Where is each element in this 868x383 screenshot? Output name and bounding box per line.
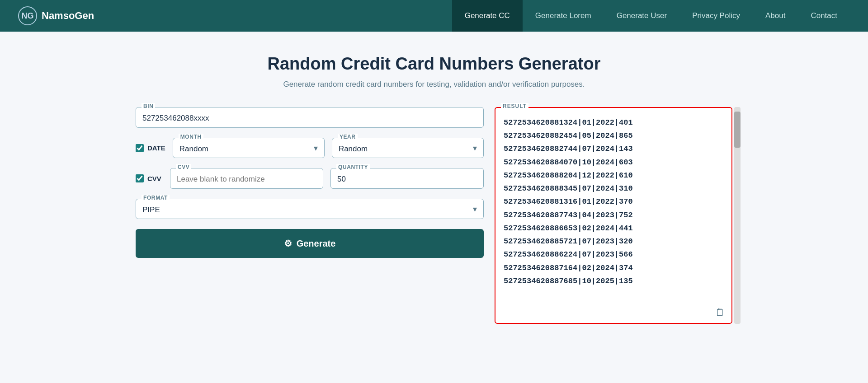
result-item: 5272534620881324|01|2022|401 [504, 116, 723, 129]
result-item: 5272534620882744|07|2024|143 [504, 142, 723, 155]
result-item: 5272534620887743|04|2023|752 [504, 209, 723, 222]
year-select[interactable]: Random 202220232024 202520262027 2028202… [339, 142, 477, 154]
cvv-label: CVV [176, 164, 191, 170]
year-field-wrap: YEAR Random 202220232024 202520262027 20… [332, 138, 484, 158]
month-field-wrap: MONTH Random 010203 040506 070809 101112… [173, 138, 325, 158]
quantity-field-wrap: QUANTITY [330, 168, 484, 189]
scrollbar-thumb [734, 112, 741, 148]
scrollbar[interactable] [734, 107, 741, 324]
navbar: NG NamsoGen Generate CC Generate Lorem G… [0, 0, 868, 32]
format-field-wrap: FORMAT PIPE CSV JSON ▾ [136, 199, 484, 219]
cvv-checkbox-label[interactable]: CVV [136, 174, 163, 182]
result-item: 5272534620882454|05|2024|865 [504, 129, 723, 142]
nav-link-generate-cc[interactable]: Generate CC [452, 0, 523, 32]
result-item: 5272534620888345|07|2024|310 [504, 182, 723, 195]
nav-link-generate-user[interactable]: Generate User [604, 0, 680, 32]
content-row: BIN DATE MONTH Random 010203 040506 0708… [136, 107, 732, 324]
format-label: FORMAT [142, 195, 170, 201]
result-panel: RESULT 5272534620881324|01|2022|40152725… [495, 107, 732, 324]
nav-link-generate-lorem[interactable]: Generate Lorem [523, 0, 604, 32]
month-select[interactable]: Random 010203 040506 070809 101112 [179, 142, 318, 154]
nav-link-privacy-policy[interactable]: Privacy Policy [679, 0, 753, 32]
result-item: 5272534620887685|10|2025|135 [504, 275, 723, 288]
gear-icon: ⚙ [284, 238, 292, 249]
nav-links: Generate CC Generate Lorem Generate User… [452, 0, 850, 32]
result-list: 5272534620881324|01|2022|401527253462088… [504, 116, 723, 288]
result-item: 5272534620886224|07|2023|566 [504, 248, 723, 261]
result-item: 5272534620888204|12|2022|610 [504, 169, 723, 182]
nav-link-contact[interactable]: Contact [798, 0, 850, 32]
date-checkbox[interactable] [136, 144, 144, 152]
result-item: 5272534620881316|01|2022|370 [504, 195, 723, 208]
cvv-input[interactable] [177, 172, 316, 185]
cvv-row: CVV CVV QUANTITY [136, 168, 484, 189]
generate-label: Generate [297, 238, 336, 249]
result-box: RESULT 5272534620881324|01|2022|40152725… [495, 107, 732, 324]
bin-field-wrap: BIN [136, 107, 484, 128]
generate-button[interactable]: ⚙ Generate [136, 229, 484, 258]
bin-input[interactable] [142, 111, 477, 124]
logo-text: NamsoGen [42, 10, 94, 22]
year-label: YEAR [338, 134, 358, 140]
copy-icon[interactable]: 🗒 [715, 307, 725, 318]
format-select[interactable]: PIPE CSV JSON [142, 203, 477, 215]
result-item: 5272534620885721|07|2023|320 [504, 235, 723, 248]
page-subtitle: Generate random credit card numbers for … [136, 80, 732, 89]
result-item: 5272534620886653|02|2024|441 [504, 222, 723, 235]
cvv-field-wrap: CVV [170, 168, 323, 189]
result-label: RESULT [501, 103, 528, 109]
page-title: Random Credit Card Numbers Generator [136, 54, 732, 74]
month-label: MONTH [179, 134, 203, 140]
main-content: Random Credit Card Numbers Generator Gen… [118, 32, 750, 342]
quantity-input[interactable] [337, 172, 477, 185]
quantity-label: QUANTITY [336, 164, 370, 170]
bin-label: BIN [142, 103, 155, 109]
form-panel: BIN DATE MONTH Random 010203 040506 0708… [136, 107, 484, 258]
date-checkbox-label[interactable]: DATE [136, 144, 165, 152]
result-item: 5272534620887164|02|2024|374 [504, 262, 723, 275]
nav-link-about[interactable]: About [753, 0, 798, 32]
result-item: 5272534620884070|10|2024|603 [504, 156, 723, 169]
cvv-checkbox[interactable] [136, 174, 144, 182]
logo[interactable]: NG NamsoGen [18, 6, 94, 25]
date-row: DATE MONTH Random 010203 040506 070809 1… [136, 138, 484, 158]
logo-icon: NG [18, 6, 37, 25]
